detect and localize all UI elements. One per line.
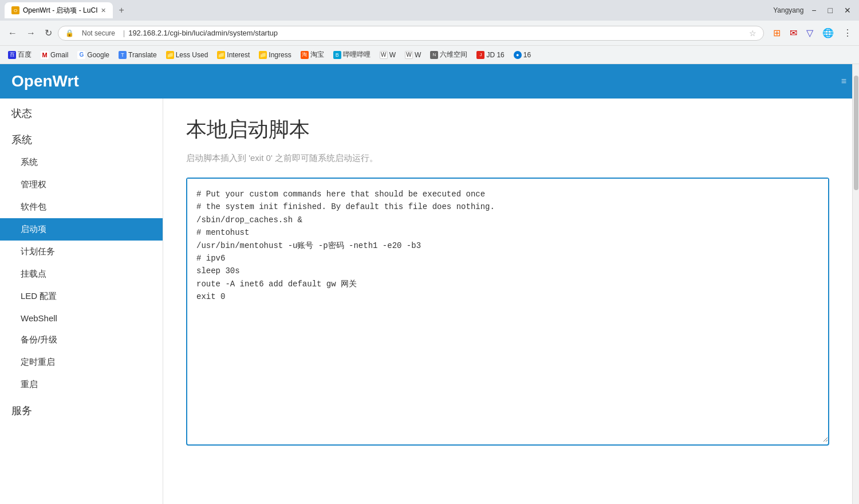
- openwrt-header: OpenWrt ≡: [0, 64, 852, 99]
- bookmark-jd[interactable]: J JD 16: [473, 50, 507, 60]
- security-label: Not secure: [77, 29, 120, 37]
- nav-bar: ← → ↻ 🔒 Not secure | 192.168.2.1/cgi-bin…: [0, 21, 859, 46]
- bookmark-star-icon[interactable]: ☆: [749, 29, 756, 38]
- gmail-icon: M: [41, 51, 49, 59]
- scrollbar-thumb[interactable]: [854, 76, 858, 190]
- sidebar: 状态 系统 系统 管理权 软件包 启: [0, 99, 163, 504]
- bookmark-bilibili-label: 哔哩哔哩: [343, 50, 371, 60]
- title-bar: O OpenWrt - 启动项 - LuCI ✕ + Yangyang − □ …: [0, 0, 859, 21]
- sidebar-item-reboot-timer[interactable]: 定时重启: [0, 351, 163, 373]
- bookmark-interest[interactable]: 📁 Interest: [214, 50, 253, 60]
- sidebar-item-reboot[interactable]: 重启: [0, 373, 163, 396]
- window-username: Yangyang: [773, 6, 803, 14]
- bookmark-wiki2[interactable]: W W: [401, 50, 424, 60]
- bookmarks-bar: 百 百度 M Gmail G Google T Translate 📁 Less…: [0, 46, 859, 64]
- bookmark-other-label: 16: [523, 51, 531, 59]
- bookmark-google[interactable]: G Google: [74, 50, 113, 60]
- bookmark-translate-label: Translate: [128, 51, 157, 59]
- forward-button[interactable]: →: [23, 26, 39, 41]
- bookmark-baidu[interactable]: 百 百度: [5, 49, 35, 61]
- bookmark-taobao-label: 淘宝: [310, 50, 324, 60]
- bookmark-less-used[interactable]: 📁 Less Used: [163, 50, 212, 60]
- tab-title: OpenWrt - 启动项 - LuCI: [23, 6, 97, 15]
- bookmark-wiki1-label: W: [389, 51, 396, 59]
- minimize-button[interactable]: −: [808, 5, 819, 16]
- other-icon: ●: [514, 51, 522, 59]
- sidebar-category-status[interactable]: 状态: [0, 99, 163, 125]
- bookmark-translate[interactable]: T Translate: [115, 50, 160, 60]
- title-bar-left: O OpenWrt - 启动项 - LuCI ✕ +: [5, 2, 128, 19]
- bookmark-gmail-label: Gmail: [50, 51, 68, 59]
- address-separator: |: [123, 29, 125, 37]
- bookmark-gmail[interactable]: M Gmail: [37, 50, 72, 60]
- openwrt-body: 状态 系统 系统 管理权 软件包 启: [0, 99, 852, 504]
- close-button[interactable]: ✕: [841, 5, 854, 16]
- ingress-icon: 📁: [259, 51, 267, 59]
- bookmark-less-used-label: Less Used: [176, 51, 208, 59]
- sidebar-category-services[interactable]: 服务: [0, 396, 163, 422]
- taobao-icon: 淘: [301, 51, 309, 59]
- openwrt-logo: OpenWrt: [11, 72, 79, 90]
- page-scrollbar[interactable]: [852, 64, 859, 504]
- maximize-button[interactable]: □: [825, 5, 836, 16]
- interest-icon: 📁: [217, 51, 225, 59]
- bookmark-google-label: Google: [87, 51, 109, 59]
- bookmark-bilibili[interactable]: B 哔哩哔哩: [330, 49, 374, 61]
- less-used-icon: 📁: [166, 51, 174, 59]
- bookmark-interest-label: Interest: [227, 51, 250, 59]
- down-icon[interactable]: ▽: [804, 26, 815, 40]
- wiki2-icon: W: [405, 51, 413, 59]
- sidebar-item-system[interactable]: 系统: [0, 151, 163, 174]
- bookmark-sixdim-label: 六维空间: [440, 50, 467, 60]
- tab-close-button[interactable]: ✕: [101, 7, 106, 14]
- sidebar-item-admin[interactable]: 管理权: [0, 174, 163, 196]
- baidu-icon: 百: [8, 51, 16, 59]
- sidebar-item-backup[interactable]: 备份/升级: [0, 329, 163, 351]
- browser-tab[interactable]: O OpenWrt - 启动项 - LuCI ✕: [5, 2, 113, 18]
- mail-icon[interactable]: ✉: [787, 26, 799, 40]
- menu-icon[interactable]: ⋮: [841, 26, 854, 40]
- logo-text: OpenWrt: [11, 72, 79, 90]
- nav-icons-right: ⊞ ✉ ▽ 🌐 ⋮: [771, 26, 854, 40]
- tab-favicon: O: [11, 6, 19, 14]
- back-button[interactable]: ←: [5, 26, 21, 41]
- new-tab-button[interactable]: +: [115, 2, 127, 19]
- bookmark-jd-label: JD 16: [486, 51, 504, 59]
- jd-icon: J: [476, 51, 484, 59]
- lock-icon: 🔒: [65, 29, 74, 37]
- sidebar-item-startup[interactable]: 启动项: [0, 218, 163, 241]
- bookmark-ingress[interactable]: 📁 Ingress: [255, 50, 294, 60]
- page-title: 本地启动脚本: [186, 116, 829, 144]
- main-content: 本地启动脚本 启动脚本插入到 'exit 0' 之前即可随系统启动运行。 # P…: [163, 99, 852, 504]
- translate-icon: T: [119, 51, 127, 59]
- rss-icon[interactable]: ⊞: [771, 26, 783, 40]
- bookmark-ingress-label: Ingress: [269, 51, 291, 59]
- bookmark-taobao[interactable]: 淘 淘宝: [297, 49, 328, 61]
- browser-content: OpenWrt ≡ 状态 系统 系统: [0, 64, 859, 504]
- bookmark-other[interactable]: ● 16: [510, 50, 534, 60]
- address-text[interactable]: 192.168.2.1/cgi-bin/luci/admin/system/st…: [128, 29, 746, 37]
- openwrt-page: OpenWrt ≡ 状态 系统 系统: [0, 64, 852, 504]
- sidebar-category-system: 系统: [0, 125, 163, 151]
- bilibili-icon: B: [333, 51, 341, 59]
- bookmark-wiki1[interactable]: W W: [376, 50, 399, 60]
- sidebar-item-led[interactable]: LED 配置: [0, 285, 163, 308]
- title-bar-right: Yangyang − □ ✕: [773, 5, 854, 16]
- sidebar-item-cron[interactable]: 计划任务: [0, 241, 163, 263]
- sidebar-item-mount[interactable]: 挂载点: [0, 263, 163, 285]
- sidebar-item-webshell[interactable]: WebShell: [0, 308, 163, 329]
- address-bar[interactable]: 🔒 Not secure | 192.168.2.1/cgi-bin/luci/…: [58, 26, 764, 41]
- sidebar-item-software[interactable]: 软件包: [0, 196, 163, 218]
- bookmark-sixdim[interactable]: N 六维空间: [427, 49, 471, 61]
- script-editor-wrapper: # Put your custom commands here that sho…: [186, 178, 829, 446]
- refresh-button[interactable]: ↻: [41, 25, 56, 41]
- header-right-icon: ≡: [841, 76, 846, 86]
- sixdim-icon: N: [430, 51, 438, 59]
- bookmark-wiki2-label: W: [415, 51, 421, 59]
- globe-icon[interactable]: 🌐: [820, 26, 836, 40]
- wiki1-icon: W: [380, 51, 388, 59]
- page-description: 启动脚本插入到 'exit 0' 之前即可随系统启动运行。: [186, 153, 829, 164]
- bookmark-baidu-label: 百度: [18, 50, 31, 60]
- script-textarea[interactable]: # Put your custom commands here that sho…: [187, 179, 828, 442]
- browser-frame: O OpenWrt - 启动项 - LuCI ✕ + Yangyang − □ …: [0, 0, 859, 504]
